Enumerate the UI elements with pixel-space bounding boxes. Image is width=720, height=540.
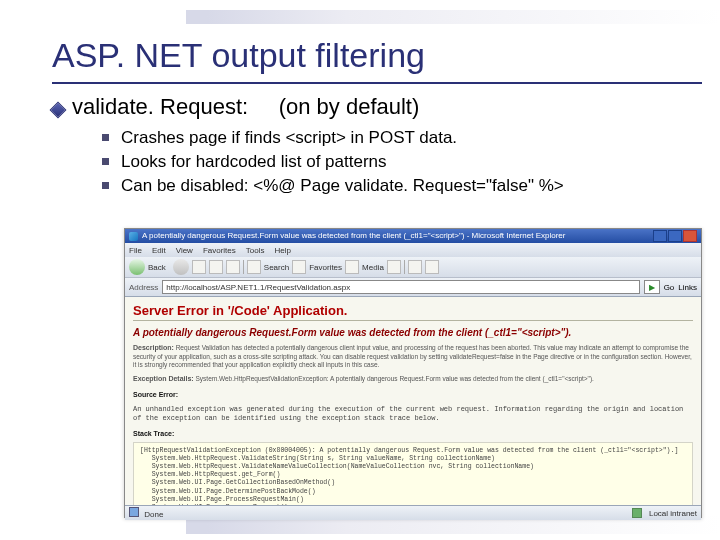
error-h1: Server Error in '/Code' Application. — [133, 303, 693, 318]
sub-bullet: Can be disabled: <%@ Page validate. Requ… — [102, 176, 564, 196]
back-button[interactable] — [129, 259, 145, 275]
intranet-icon — [632, 508, 642, 518]
ie-icon — [129, 232, 138, 241]
minimize-button[interactable] — [653, 230, 667, 242]
slide-title: ASP. NET output filtering — [52, 36, 425, 75]
status-right: Local intranet — [649, 509, 697, 518]
done-icon — [129, 507, 139, 517]
menu-favorites[interactable]: Favorites — [203, 246, 236, 255]
stop-button[interactable] — [192, 260, 206, 274]
search-label: Search — [264, 263, 289, 272]
links-label[interactable]: Links — [678, 283, 697, 292]
sub-bullet-text: Can be disabled: <%@ Page validate. Requ… — [121, 176, 564, 195]
go-label: Go — [664, 283, 675, 292]
address-input[interactable]: http://localhost/ASP.NET1.1/RequestValid… — [162, 280, 639, 294]
sub-bullet-text: Looks for hardcoded list of patterns — [121, 152, 387, 171]
window-title: A potentially dangerous Request.Form val… — [142, 229, 653, 243]
browser-window: A potentially dangerous Request.Form val… — [124, 228, 702, 518]
menu-tools[interactable]: Tools — [246, 246, 265, 255]
slide-top-gradient — [186, 10, 720, 24]
window-buttons — [653, 230, 697, 242]
exception-text: System.Web.HttpRequestValidationExceptio… — [196, 375, 594, 382]
sub-bullet-text: Crashes page if finds <script> in POST d… — [121, 128, 457, 147]
exception-block: Exception Details: System.Web.HttpReques… — [133, 375, 693, 384]
go-button[interactable]: ▶ — [644, 280, 660, 294]
square-bullet-icon — [102, 182, 109, 189]
address-text: http://localhost/ASP.NET1.1/RequestValid… — [166, 283, 350, 292]
exception-label: Exception Details: — [133, 375, 194, 382]
source-error-text: An unhandled exception was generated dur… — [133, 405, 693, 423]
status-bar: Done Local intranet — [125, 505, 701, 520]
source-error-label: Source Error: — [133, 391, 178, 398]
description-label: Description: — [133, 344, 174, 351]
stack-trace-section: Stack Trace: — [133, 429, 693, 438]
back-label: Back — [148, 263, 166, 272]
main-bullet-note: (on by default) — [279, 94, 420, 119]
menu-bar: File Edit View Favorites Tools Help — [125, 243, 701, 257]
search-icon[interactable] — [247, 260, 261, 274]
close-button[interactable] — [683, 230, 697, 242]
stack-trace-box: [HttpRequestValidationException (0x80004… — [133, 442, 693, 505]
print-button[interactable] — [425, 260, 439, 274]
description-block: Description: Request Validation has dete… — [133, 344, 693, 369]
menu-edit[interactable]: Edit — [152, 246, 166, 255]
maximize-button[interactable] — [668, 230, 682, 242]
source-error-section: Source Error: — [133, 390, 693, 399]
menu-help[interactable]: Help — [274, 246, 290, 255]
divider — [133, 320, 693, 321]
media-icon[interactable] — [345, 260, 359, 274]
stack-trace-label: Stack Trace: — [133, 430, 174, 437]
menu-file[interactable]: File — [129, 246, 142, 255]
forward-button[interactable] — [173, 259, 189, 275]
mail-button[interactable] — [408, 260, 422, 274]
toolbar: Back Search Favorites Media — [125, 257, 701, 278]
error-h2: A potentially dangerous Request.Form val… — [133, 327, 693, 338]
status-right-group: Local intranet — [632, 508, 697, 518]
favorites-label: Favorites — [309, 263, 342, 272]
diamond-bullet-icon — [50, 102, 67, 119]
address-label: Address — [129, 283, 158, 292]
slide-title-rule — [52, 82, 702, 84]
status-left: Done — [144, 510, 163, 519]
square-bullet-icon — [102, 158, 109, 165]
media-label: Media — [362, 263, 384, 272]
square-bullet-icon — [102, 134, 109, 141]
sub-bullet: Crashes page if finds <script> in POST d… — [102, 128, 564, 148]
menu-view[interactable]: View — [176, 246, 193, 255]
status-left-group: Done — [129, 507, 163, 519]
main-bullet: validate. Request: (on by default) — [72, 94, 419, 120]
history-button[interactable] — [387, 260, 401, 274]
sub-bullet: Looks for hardcoded list of patterns — [102, 152, 564, 172]
main-bullet-label: validate. Request: — [72, 94, 248, 119]
sub-bullet-list: Crashes page if finds <script> in POST d… — [102, 124, 564, 200]
address-bar: Address http://localhost/ASP.NET1.1/Requ… — [125, 278, 701, 297]
favorites-icon[interactable] — [292, 260, 306, 274]
page-content: Server Error in '/Code' Application. A p… — [125, 297, 701, 505]
refresh-button[interactable] — [209, 260, 223, 274]
window-titlebar[interactable]: A potentially dangerous Request.Form val… — [125, 229, 701, 243]
description-text: Request Validation has detected a potent… — [133, 344, 692, 368]
home-button[interactable] — [226, 260, 240, 274]
